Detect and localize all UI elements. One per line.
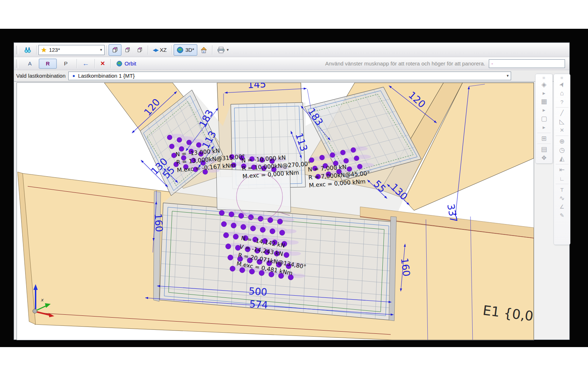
view-cube-hidden-button[interactable]: [134, 44, 146, 56]
separator: [556, 107, 569, 108]
view-cube-wire-button[interactable]: [121, 44, 134, 56]
separator: [106, 45, 107, 55]
close-view-button[interactable]: ✕: [97, 59, 109, 69]
dimension-label: 160: [152, 213, 165, 233]
view-options-icon[interactable]: ◈: [536, 80, 552, 89]
cube-icon: [124, 47, 131, 53]
view-3d-button[interactable]: 3D*: [174, 44, 197, 56]
spline-tool-icon[interactable]: ∿: [554, 194, 570, 202]
xz-arrows-icon: ◀▶: [153, 47, 158, 53]
favorites-combo[interactable]: ★ 123* ▾: [38, 45, 105, 55]
data-table-icon[interactable]: ⊞: [536, 134, 552, 143]
separator: [110, 59, 111, 68]
display-tools-palette: ≡◈▸▦▸▢▸⊞▤❖: [535, 74, 553, 164]
view-r-button[interactable]: R: [39, 59, 57, 69]
dimension-label: 145: [247, 83, 266, 90]
separator: [95, 59, 95, 68]
toolbar-grip[interactable]: [16, 46, 19, 54]
separator: [556, 184, 569, 184]
slot-strip-left[interactable]: [153, 191, 161, 301]
angular-dimension-icon[interactable]: ∟: [554, 174, 570, 183]
svg-text:x: x: [41, 297, 44, 302]
line-tool-icon[interactable]: ╱: [554, 109, 570, 117]
expand-more-icon[interactable]: ▸: [536, 89, 552, 97]
model-svg: 1451201831131831131201305555130337160160…: [17, 83, 534, 340]
circle-tangent-icon[interactable]: ◭: [554, 154, 570, 163]
view-toolbar: A R P ← ✕ Orbit Använd vänster musknapp …: [14, 57, 569, 70]
chevron-down-icon[interactable]: ▾: [227, 47, 229, 52]
find-button[interactable]: [21, 44, 35, 56]
angle-tool-icon[interactable]: ∠: [554, 202, 570, 211]
separator: [77, 59, 77, 68]
view-cube-solid-button[interactable]: [109, 44, 121, 56]
orbit-button[interactable]: Orbit: [112, 59, 140, 69]
separator: [556, 136, 569, 136]
print-button[interactable]: ▾: [214, 44, 232, 56]
dimension-label: 160: [399, 257, 412, 277]
linear-dimension-icon[interactable]: ⇤: [554, 165, 570, 174]
grip-icon[interactable]: ≡: [542, 75, 546, 80]
back-button[interactable]: ←: [79, 59, 93, 69]
section-view-icon[interactable]: ▤: [536, 145, 552, 154]
load-combination-select[interactable]: ● Lastkombination 1 {MT} ▾: [68, 72, 511, 80]
text-tool-icon[interactable]: T: [554, 185, 570, 194]
load-combination-value: Lastkombination 1 {MT}: [78, 73, 135, 79]
separator: [171, 45, 172, 55]
home-icon: [200, 46, 207, 54]
home-view-button[interactable]: [197, 44, 210, 56]
dimension-label: 574: [249, 298, 268, 311]
load-combination-row: Vald lastkombination ● Lastkombination 1…: [14, 70, 569, 82]
binoculars-icon: [24, 46, 32, 54]
mouse-hint-text: Använd vänster musknapp för att rotera o…: [325, 60, 485, 67]
hatch-pattern-icon[interactable]: ▦: [536, 97, 552, 106]
dimension-label: 500: [248, 285, 268, 298]
circle-diameter-icon[interactable]: ⊕: [554, 137, 570, 146]
favorite-star-icon: ★: [41, 46, 47, 54]
view-a-button[interactable]: A: [21, 59, 39, 69]
separator: [148, 45, 148, 55]
components-icon[interactable]: ❖: [536, 154, 552, 162]
measure-query-icon[interactable]: ?: [554, 97, 570, 106]
globe-icon: [116, 60, 123, 67]
bullet-icon: ●: [72, 73, 75, 78]
separator: [537, 144, 551, 144]
chevron-down-icon[interactable]: ▾: [507, 73, 509, 78]
cube-icon: [137, 47, 143, 53]
cube-icon: [111, 46, 119, 54]
3d-viewport[interactable]: 1451201831131831131201305555130337160160…: [17, 82, 534, 340]
toolbar-grip[interactable]: [16, 59, 19, 68]
separator: [36, 45, 37, 55]
selection-region-icon[interactable]: ▢: [536, 114, 552, 123]
measure-tools-palette: ≡➤⌂?╱◺✕⊕◷◭⇤∟T∿∠✎: [553, 74, 570, 245]
view-p-button[interactable]: P: [57, 59, 75, 69]
chevron-down-icon[interactable]: ▾: [100, 47, 102, 52]
xz-plane-button[interactable]: ◀▶ XZ: [150, 44, 170, 56]
main-toolbar: ★ 123* ▾ ◀▶ XZ: [14, 43, 569, 57]
intersect-tool-icon[interactable]: ✕: [554, 126, 570, 135]
globe-icon: [176, 46, 184, 54]
xz-label: XZ: [160, 47, 166, 53]
separator: [212, 45, 212, 55]
load-combination-label: Vald lastkombination: [16, 73, 65, 79]
expand-more-icon[interactable]: ▸: [536, 123, 552, 132]
plane-tool-icon[interactable]: ◺: [554, 117, 570, 126]
printer-icon: [217, 46, 225, 54]
app-window: ★ 123* ▾ ◀▶ XZ: [14, 42, 570, 340]
threed-label: 3D*: [185, 47, 194, 53]
expand-more-icon[interactable]: ▸: [536, 106, 552, 114]
separator: [556, 164, 569, 164]
status-field[interactable]: -: [489, 59, 565, 68]
favorites-value: 123*: [49, 47, 60, 53]
circle-radius-icon[interactable]: ◷: [554, 146, 570, 154]
leader-tool-icon[interactable]: ✎: [554, 211, 570, 220]
separator: [537, 133, 551, 133]
orbit-label: Orbit: [124, 60, 136, 67]
